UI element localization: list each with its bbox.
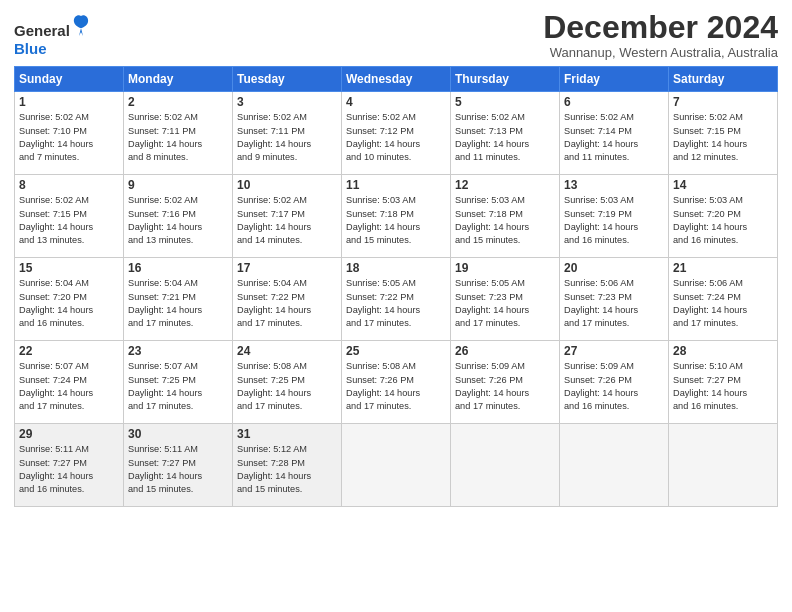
table-row: 31Sunrise: 5:12 AM Sunset: 7:28 PM Dayli… [233, 424, 342, 507]
day-info: Sunrise: 5:02 AM Sunset: 7:17 PM Dayligh… [237, 194, 337, 247]
day-number: 27 [564, 344, 664, 358]
day-number: 5 [455, 95, 555, 109]
day-number: 8 [19, 178, 119, 192]
day-number: 6 [564, 95, 664, 109]
weekday-header-row: Sunday Monday Tuesday Wednesday Thursday… [15, 67, 778, 92]
table-row: 3Sunrise: 5:02 AM Sunset: 7:11 PM Daylig… [233, 92, 342, 175]
table-row: 27Sunrise: 5:09 AM Sunset: 7:26 PM Dayli… [560, 341, 669, 424]
day-number: 10 [237, 178, 337, 192]
calendar-week-row: 29Sunrise: 5:11 AM Sunset: 7:27 PM Dayli… [15, 424, 778, 507]
table-row: 19Sunrise: 5:05 AM Sunset: 7:23 PM Dayli… [451, 258, 560, 341]
table-row: 11Sunrise: 5:03 AM Sunset: 7:18 PM Dayli… [342, 175, 451, 258]
day-number: 13 [564, 178, 664, 192]
month-title: December 2024 [543, 10, 778, 45]
day-info: Sunrise: 5:02 AM Sunset: 7:15 PM Dayligh… [673, 111, 773, 164]
table-row [451, 424, 560, 507]
day-info: Sunrise: 5:02 AM Sunset: 7:15 PM Dayligh… [19, 194, 119, 247]
table-row [560, 424, 669, 507]
day-number: 17 [237, 261, 337, 275]
day-number: 14 [673, 178, 773, 192]
table-row: 25Sunrise: 5:08 AM Sunset: 7:26 PM Dayli… [342, 341, 451, 424]
day-number: 26 [455, 344, 555, 358]
table-row: 23Sunrise: 5:07 AM Sunset: 7:25 PM Dayli… [124, 341, 233, 424]
day-info: Sunrise: 5:04 AM Sunset: 7:20 PM Dayligh… [19, 277, 119, 330]
day-info: Sunrise: 5:02 AM Sunset: 7:11 PM Dayligh… [128, 111, 228, 164]
day-info: Sunrise: 5:04 AM Sunset: 7:21 PM Dayligh… [128, 277, 228, 330]
table-row: 24Sunrise: 5:08 AM Sunset: 7:25 PM Dayli… [233, 341, 342, 424]
day-number: 1 [19, 95, 119, 109]
location: Wannanup, Western Australia, Australia [543, 45, 778, 60]
day-info: Sunrise: 5:09 AM Sunset: 7:26 PM Dayligh… [455, 360, 555, 413]
calendar-table: Sunday Monday Tuesday Wednesday Thursday… [14, 66, 778, 507]
day-info: Sunrise: 5:08 AM Sunset: 7:25 PM Dayligh… [237, 360, 337, 413]
day-info: Sunrise: 5:09 AM Sunset: 7:26 PM Dayligh… [564, 360, 664, 413]
calendar-week-row: 22Sunrise: 5:07 AM Sunset: 7:24 PM Dayli… [15, 341, 778, 424]
day-info: Sunrise: 5:08 AM Sunset: 7:26 PM Dayligh… [346, 360, 446, 413]
day-info: Sunrise: 5:05 AM Sunset: 7:22 PM Dayligh… [346, 277, 446, 330]
calendar-week-row: 8Sunrise: 5:02 AM Sunset: 7:15 PM Daylig… [15, 175, 778, 258]
day-number: 24 [237, 344, 337, 358]
logo-bird-icon [72, 14, 90, 36]
header-saturday: Saturday [669, 67, 778, 92]
header-monday: Monday [124, 67, 233, 92]
day-info: Sunrise: 5:02 AM Sunset: 7:12 PM Dayligh… [346, 111, 446, 164]
calendar-week-row: 1Sunrise: 5:02 AM Sunset: 7:10 PM Daylig… [15, 92, 778, 175]
table-row: 15Sunrise: 5:04 AM Sunset: 7:20 PM Dayli… [15, 258, 124, 341]
day-number: 30 [128, 427, 228, 441]
table-row: 14Sunrise: 5:03 AM Sunset: 7:20 PM Dayli… [669, 175, 778, 258]
day-number: 28 [673, 344, 773, 358]
table-row: 12Sunrise: 5:03 AM Sunset: 7:18 PM Dayli… [451, 175, 560, 258]
table-row: 4Sunrise: 5:02 AM Sunset: 7:12 PM Daylig… [342, 92, 451, 175]
day-info: Sunrise: 5:11 AM Sunset: 7:27 PM Dayligh… [128, 443, 228, 496]
day-number: 2 [128, 95, 228, 109]
table-row: 2Sunrise: 5:02 AM Sunset: 7:11 PM Daylig… [124, 92, 233, 175]
table-row: 26Sunrise: 5:09 AM Sunset: 7:26 PM Dayli… [451, 341, 560, 424]
day-info: Sunrise: 5:02 AM Sunset: 7:11 PM Dayligh… [237, 111, 337, 164]
table-row [669, 424, 778, 507]
logo-text: General Blue [14, 14, 90, 58]
table-row: 16Sunrise: 5:04 AM Sunset: 7:21 PM Dayli… [124, 258, 233, 341]
table-row: 10Sunrise: 5:02 AM Sunset: 7:17 PM Dayli… [233, 175, 342, 258]
day-info: Sunrise: 5:06 AM Sunset: 7:24 PM Dayligh… [673, 277, 773, 330]
day-info: Sunrise: 5:03 AM Sunset: 7:18 PM Dayligh… [346, 194, 446, 247]
day-number: 7 [673, 95, 773, 109]
day-number: 25 [346, 344, 446, 358]
header-friday: Friday [560, 67, 669, 92]
table-row: 18Sunrise: 5:05 AM Sunset: 7:22 PM Dayli… [342, 258, 451, 341]
day-info: Sunrise: 5:03 AM Sunset: 7:20 PM Dayligh… [673, 194, 773, 247]
day-number: 4 [346, 95, 446, 109]
calendar-week-row: 15Sunrise: 5:04 AM Sunset: 7:20 PM Dayli… [15, 258, 778, 341]
day-info: Sunrise: 5:06 AM Sunset: 7:23 PM Dayligh… [564, 277, 664, 330]
day-info: Sunrise: 5:07 AM Sunset: 7:25 PM Dayligh… [128, 360, 228, 413]
title-block: December 2024 Wannanup, Western Australi… [543, 10, 778, 60]
header-wednesday: Wednesday [342, 67, 451, 92]
table-row: 20Sunrise: 5:06 AM Sunset: 7:23 PM Dayli… [560, 258, 669, 341]
header: General Blue December 2024 Wannanup, Wes… [14, 10, 778, 60]
day-info: Sunrise: 5:12 AM Sunset: 7:28 PM Dayligh… [237, 443, 337, 496]
day-info: Sunrise: 5:02 AM Sunset: 7:16 PM Dayligh… [128, 194, 228, 247]
logo: General Blue [14, 14, 90, 58]
day-info: Sunrise: 5:02 AM Sunset: 7:13 PM Dayligh… [455, 111, 555, 164]
table-row: 29Sunrise: 5:11 AM Sunset: 7:27 PM Dayli… [15, 424, 124, 507]
table-row: 30Sunrise: 5:11 AM Sunset: 7:27 PM Dayli… [124, 424, 233, 507]
day-info: Sunrise: 5:02 AM Sunset: 7:14 PM Dayligh… [564, 111, 664, 164]
day-info: Sunrise: 5:07 AM Sunset: 7:24 PM Dayligh… [19, 360, 119, 413]
table-row: 8Sunrise: 5:02 AM Sunset: 7:15 PM Daylig… [15, 175, 124, 258]
header-sunday: Sunday [15, 67, 124, 92]
table-row: 5Sunrise: 5:02 AM Sunset: 7:13 PM Daylig… [451, 92, 560, 175]
day-number: 31 [237, 427, 337, 441]
table-row: 1Sunrise: 5:02 AM Sunset: 7:10 PM Daylig… [15, 92, 124, 175]
day-info: Sunrise: 5:10 AM Sunset: 7:27 PM Dayligh… [673, 360, 773, 413]
day-number: 11 [346, 178, 446, 192]
logo-general: General [14, 22, 70, 39]
day-info: Sunrise: 5:11 AM Sunset: 7:27 PM Dayligh… [19, 443, 119, 496]
table-row: 13Sunrise: 5:03 AM Sunset: 7:19 PM Dayli… [560, 175, 669, 258]
day-info: Sunrise: 5:02 AM Sunset: 7:10 PM Dayligh… [19, 111, 119, 164]
day-number: 12 [455, 178, 555, 192]
day-number: 18 [346, 261, 446, 275]
day-info: Sunrise: 5:04 AM Sunset: 7:22 PM Dayligh… [237, 277, 337, 330]
day-number: 3 [237, 95, 337, 109]
day-info: Sunrise: 5:03 AM Sunset: 7:18 PM Dayligh… [455, 194, 555, 247]
table-row: 22Sunrise: 5:07 AM Sunset: 7:24 PM Dayli… [15, 341, 124, 424]
header-thursday: Thursday [451, 67, 560, 92]
